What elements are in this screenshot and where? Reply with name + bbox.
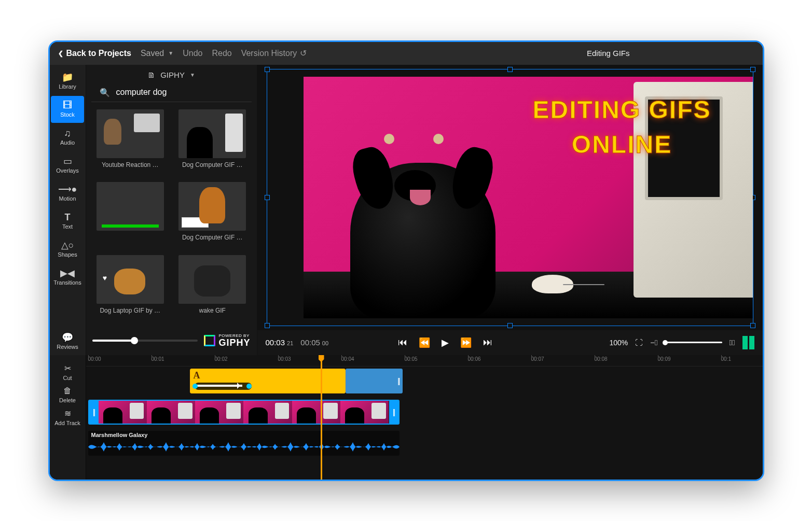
- stock-source-dropdown[interactable]: 🗎 GIPHY ▼: [86, 65, 257, 86]
- zoom-slider[interactable]: [665, 342, 722, 343]
- rewind-button[interactable]: ⏪: [419, 337, 430, 348]
- back-to-projects-button[interactable]: ❮ Back to Projects: [58, 49, 131, 58]
- delete-label: Delete: [59, 397, 76, 403]
- stock-results-grid[interactable]: Youtube Reaction … Dog Computer GIF … Do…: [86, 102, 257, 326]
- rail-overlays[interactable]: ▭ Overlays: [51, 152, 84, 179]
- giphy-wordmark: GIPHY: [218, 338, 250, 347]
- video-track[interactable]: || ||: [86, 398, 763, 427]
- motion-icon: ⟶●: [58, 185, 77, 194]
- history-icon: ↺: [300, 48, 307, 58]
- video-clip[interactable]: || ||: [88, 400, 400, 425]
- audio-clip-label: Marshmellow Galaxy: [91, 432, 148, 438]
- resize-handle[interactable]: [750, 67, 755, 72]
- overlays-icon: ▭: [63, 157, 72, 166]
- redo-button[interactable]: Redo: [212, 49, 231, 58]
- stock-thumb-image: [178, 255, 246, 304]
- stock-thumb-image: [97, 255, 164, 304]
- stock-thumb[interactable]: Dog Laptop GIF by …: [93, 255, 168, 319]
- rail-shapes[interactable]: △○ Shapes: [51, 236, 84, 263]
- chat-icon: 💬: [62, 333, 73, 342]
- stock-thumb[interactable]: [93, 182, 168, 246]
- forward-button[interactable]: ⏩: [460, 337, 472, 348]
- stock-thumb[interactable]: Youtube Reaction …: [93, 109, 168, 173]
- rail-motion[interactable]: ⟶● Motion: [51, 180, 84, 207]
- resize-handle[interactable]: [265, 67, 270, 72]
- zoom-out-button[interactable]: −⃝: [650, 338, 657, 347]
- stock-thumb[interactable]: Dog Computer GIF …: [175, 182, 250, 246]
- rail-audio[interactable]: ♫ Audio: [51, 124, 84, 151]
- zoom-controls: 100% ⛶ −⃝ ＋⃝: [609, 336, 754, 349]
- caret-down-icon: ▼: [168, 50, 173, 56]
- rail-stock[interactable]: 🎞 Stock: [51, 96, 84, 123]
- layers-icon: ≋: [64, 409, 71, 418]
- resize-handle[interactable]: [750, 323, 755, 328]
- main-area: 📁 Library 🎞 Stock ♫ Audio ▭ Overlays ⟶● …: [50, 65, 763, 355]
- rail-text[interactable]: T Text: [51, 208, 84, 235]
- zoom-in-button[interactable]: ＋⃝: [730, 338, 735, 347]
- ruler-tick: 00:04: [341, 356, 354, 362]
- play-button[interactable]: ▶: [442, 337, 449, 348]
- resize-handle[interactable]: [265, 323, 270, 328]
- text-clip[interactable]: A: [190, 369, 346, 393]
- clip-handle-icon[interactable]: ||: [89, 401, 99, 424]
- ruler-tick: 00:01: [152, 356, 164, 362]
- transport-controls: ⏮ ⏪ ▶ ⏩ ⏭: [398, 337, 492, 348]
- file-icon: 🗎: [147, 71, 155, 79]
- back-label: Back to Projects: [66, 49, 131, 58]
- audio-track[interactable]: Marshmellow Galaxy: [86, 429, 763, 458]
- rail-library[interactable]: 📁 Library: [51, 68, 84, 95]
- stock-thumb-image: [178, 109, 246, 158]
- ruler-tick: 00:03: [278, 356, 291, 362]
- overlay-line1: EDITING GIFS: [532, 92, 711, 127]
- zoom-percentage[interactable]: 100%: [609, 339, 628, 347]
- add-track-button[interactable]: ≋ Add Track: [54, 409, 80, 426]
- canvas-selection[interactable]: EDITING GIFS ONLINE: [267, 69, 753, 326]
- cut-button[interactable]: ✂ Cut: [63, 363, 72, 381]
- stock-thumb-image: [97, 109, 164, 158]
- shapes-icon: △○: [61, 241, 74, 250]
- rail-reviews[interactable]: 💬 Reviews: [51, 328, 84, 355]
- stock-thumb[interactable]: wake GIF: [175, 255, 250, 319]
- clip-handle-icon[interactable]: ||: [397, 377, 399, 385]
- chevron-left-icon: ❮: [58, 50, 63, 57]
- transition-clip[interactable]: ||: [346, 369, 403, 393]
- text-track[interactable]: A ||: [86, 367, 763, 396]
- ruler-tick: 00:1: [721, 356, 731, 362]
- rail-label: Overlays: [56, 167, 78, 174]
- title-text-overlay[interactable]: EDITING GIFS ONLINE: [532, 92, 711, 162]
- resize-handle[interactable]: [265, 195, 270, 200]
- current-time-frames: 21: [287, 340, 293, 346]
- stock-thumb-caption: Youtube Reaction …: [102, 161, 159, 168]
- cut-label: Cut: [63, 375, 72, 381]
- go-end-button[interactable]: ⏭: [483, 337, 492, 348]
- clip-handle-icon[interactable]: ||: [389, 401, 398, 424]
- rail-label: Text: [62, 223, 73, 230]
- search-input[interactable]: [116, 88, 243, 97]
- delete-button[interactable]: 🗑 Delete: [59, 386, 76, 403]
- duration-main: 00:05: [300, 338, 320, 347]
- video-frame[interactable]: EDITING GIFS ONLINE: [304, 77, 753, 318]
- rail-label: Library: [59, 83, 76, 90]
- ruler-tick: 00:08: [595, 356, 608, 362]
- playhead[interactable]: [321, 355, 322, 480]
- undo-button[interactable]: Undo: [183, 49, 202, 58]
- timeline: ✂ Cut 🗑 Delete ≋ Add Track 00:00 00:01 0…: [50, 355, 763, 480]
- stock-thumb-image: [178, 182, 246, 231]
- stock-thumb[interactable]: Dog Computer GIF …: [175, 109, 250, 173]
- timeline-body[interactable]: 00:00 00:01 00:02 00:03 00:04 00:05 00:0…: [86, 355, 763, 480]
- overlay-line2: ONLINE: [532, 127, 711, 162]
- version-history-button[interactable]: Version History ↺: [241, 48, 307, 58]
- top-bar: ❮ Back to Projects Saved ▼ Undo Redo Ver…: [50, 42, 763, 65]
- go-start-button[interactable]: ⏮: [398, 337, 407, 348]
- text-icon: T: [65, 213, 71, 222]
- stock-thumb-image: [97, 182, 164, 231]
- resize-handle[interactable]: [507, 323, 513, 328]
- fullscreen-button[interactable]: ⛶: [635, 338, 643, 347]
- resize-handle[interactable]: [507, 67, 513, 72]
- audio-clip[interactable]: Marshmellow Galaxy: [88, 431, 400, 456]
- stock-panel: 🗎 GIPHY ▼ 🔍 Youtube Reaction … Dog Compu…: [86, 65, 257, 355]
- thumbnail-size-slider[interactable]: [92, 340, 198, 342]
- rail-transitions[interactable]: ▶◀ Transitions: [51, 264, 84, 291]
- save-status-dropdown[interactable]: Saved ▼: [141, 49, 173, 58]
- time-ruler[interactable]: 00:00 00:01 00:02 00:03 00:04 00:05 00:0…: [86, 355, 763, 367]
